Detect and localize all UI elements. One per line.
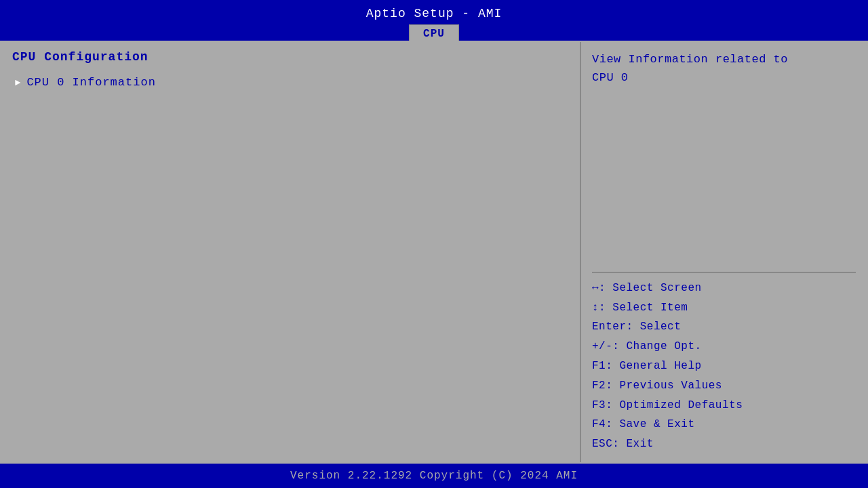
shortcut-line: F3: Optimized Defaults [592,396,856,415]
shortcut-line: ESC: Exit [592,434,856,454]
menu-items: ► CPU 0 Information [12,75,569,90]
shortcut-line: F4: Save & Exit [592,415,856,434]
shortcut-line: ↕: Select Item [592,298,856,318]
help-text-line2: CPU 0 [592,71,629,84]
shortcut-line: +/-: Change Opt. [592,337,856,357]
help-text: View Information related to CPU 0 [592,50,856,266]
shortcut-line: F2: Previous Values [592,376,856,396]
app-title: Aptio Setup - AMI [366,7,502,20]
title-bar: Aptio Setup - AMI CPU [0,0,868,41]
cpu-0-information-item[interactable]: ► CPU 0 Information [12,75,569,90]
cpu-0-information-label: CPU 0 Information [26,76,155,89]
app: Aptio Setup - AMI CPU CPU Configuration … [0,0,868,488]
submenu-arrow-icon: ► [15,77,21,88]
shortcut-line: Enter: Select [592,317,856,337]
shortcut-line: ↔: Select Screen [592,279,856,298]
help-text-line1: View Information related to [592,53,788,66]
divider [592,272,856,273]
left-panel: CPU Configuration ► CPU 0 Information [1,42,581,462]
section-title: CPU Configuration [12,50,569,64]
footer-text: Version 2.22.1292 Copyright (C) 2024 AMI [290,470,578,482]
keyboard-shortcuts: ↔: Select Screen↕: Select ItemEnter: Sel… [592,279,856,454]
footer: Version 2.22.1292 Copyright (C) 2024 AMI [0,464,868,488]
shortcut-line: F1: General Help [592,357,856,376]
main-content: CPU Configuration ► CPU 0 Information Vi… [0,41,868,464]
right-panel: View Information related to CPU 0 ↔: Sel… [581,42,867,462]
